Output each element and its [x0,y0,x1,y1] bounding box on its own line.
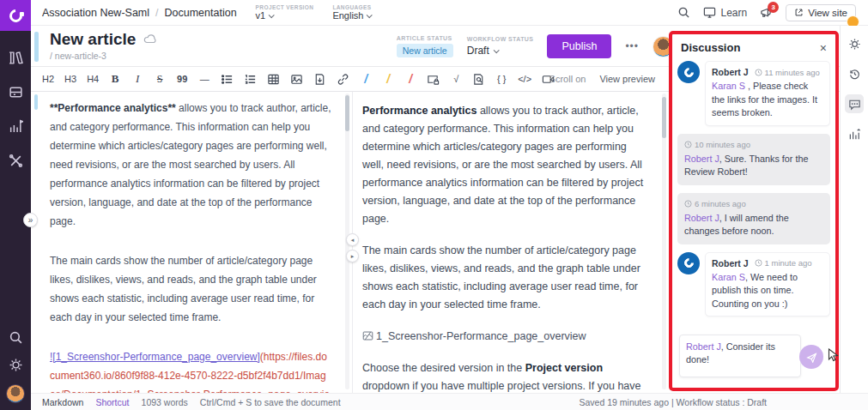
italic-button[interactable]: I [131,71,143,87]
link-button[interactable] [337,71,349,87]
highlight-yellow-button[interactable]: / [382,71,394,87]
blockquote-button[interactable]: 99 [176,71,188,87]
comment-card[interactable]: Robert J 11 minutes ago Karan S , Please… [705,61,830,126]
comment-item[interactable]: 6 minutes ago Robert J, I will amend the… [677,193,830,244]
breadcrumb-section[interactable]: Documentation [165,7,237,19]
table-button[interactable] [267,71,280,87]
comment-item[interactable]: 10 minutes ago Robert J, Sure. Thanks fo… [677,134,830,185]
bold-button[interactable]: B [109,71,121,87]
broken-image-1: 1_Screenshor-Performance_page_overview [362,328,646,346]
document360-logo[interactable] [0,0,31,31]
expand-category-tree-button[interactable]: » [23,213,38,227]
publish-button[interactable]: Publish [547,34,611,58]
breadcrumb: Association New-Saml / Documentation [31,7,237,19]
bullet-list-button[interactable] [221,71,234,87]
mention-link[interactable]: Karan S [712,81,745,91]
markdown-paragraph: The main cards show the number of articl… [50,251,331,327]
latex-button[interactable]: √ [450,71,462,87]
code-block-button[interactable]: { } [495,71,507,87]
project-version-dropdown[interactable]: v1 [256,10,314,21]
saved-status: Saved 19 minutes ago | Workflow status :… [580,397,767,407]
comment-author: Robert J [712,67,749,77]
sidebar-settings-icon[interactable] [8,357,23,372]
discussion-header: Discussion × [672,34,835,59]
app-root: Association New-Saml / Documentation PRO… [0,0,868,410]
heading3-button[interactable]: H3 [64,71,76,87]
comment-card[interactable]: Robert J 1 minute ago Karan S, We need t… [705,252,830,317]
private-note-button[interactable] [427,71,440,87]
comment-timestamp: 10 minutes ago [684,140,823,149]
save-hint: Ctrl/Cmd + S to save the document [200,397,341,407]
breadcrumb-separator: / [155,7,158,19]
languages-dropdown[interactable]: English [332,10,371,21]
image-button[interactable] [290,71,303,87]
strikethrough-button[interactable]: S [154,71,166,87]
heading2-button[interactable]: H2 [42,71,54,87]
comment-author: Robert J [712,258,749,268]
article-status-badge: New article [397,44,453,57]
article-analytics-icon[interactable] [845,124,864,143]
preview-pane: Performance analytics allows you to trac… [355,92,661,393]
view-site-button[interactable]: View site [786,4,856,21]
workflow-status-group: WORKFLOW STATUS Draft [467,36,534,57]
shortcut-link[interactable]: Shortcut [95,397,129,407]
mention-link[interactable]: Robert J [684,213,719,223]
insert-file-button[interactable] [313,71,326,87]
more-options-button[interactable]: ••• [625,40,639,52]
markdown-link-label[interactable]: ![1_Screenshor-Performance_page_overview… [50,351,260,363]
search-icon[interactable] [677,6,690,19]
learn-button[interactable]: Learn [703,6,747,19]
page-title[interactable]: New article [50,30,136,49]
heading4-button[interactable]: H4 [87,71,99,87]
article-settings-icon[interactable] [845,34,864,53]
comment-input[interactable]: Robert J, Consider its done! [679,335,801,377]
scroll-on-toggle[interactable]: Scroll on [549,74,586,84]
article-actions: ARTICLE STATUS New article WORKFLOW STAT… [397,26,681,67]
close-icon[interactable]: × [820,44,827,52]
languages-label: LANGUAGES [332,4,371,10]
chevron-down-icon [269,12,275,18]
discussion-icon[interactable] [845,94,864,113]
chevron-down-icon [493,47,499,53]
comment-text: Robert J, I will amend the changes befor… [684,212,823,238]
revision-history-icon[interactable] [845,64,864,83]
workflow-status-dropdown[interactable]: Draft [467,45,534,57]
preview-scrollbar[interactable] [662,93,666,389]
project-version-group: PROJECT VERSION v1 [256,4,314,21]
drive-icon[interactable] [8,84,23,99]
preview-paragraph: The main cards show the number of articl… [362,242,646,314]
send-comment-button[interactable] [799,345,823,369]
discussion-panel: Discussion × Robert J 11 minutes ago Kar… [669,31,839,391]
find-replace-button[interactable] [472,71,485,87]
left-nav-sidebar [0,0,31,410]
highlight-blue-button[interactable]: / [360,71,372,87]
commenter-avatar [677,252,700,274]
numbered-list-button[interactable] [244,71,257,87]
sidebar-bottom [0,329,31,403]
topbar-actions: Learn 3 View site [677,4,868,21]
highlight-red-button[interactable]: / [404,71,416,87]
mention-link[interactable]: Karan S [712,272,745,282]
comment-item: Robert J 11 minutes ago Karan S , Please… [677,61,830,126]
view-preview-toggle[interactable]: View preview [599,74,655,84]
announcements-button[interactable]: 3 [760,6,773,19]
collapse-editor-button[interactable]: ◂ [346,233,359,246]
sidebar-nav [0,31,31,168]
analytics-icon[interactable] [8,118,23,134]
chevron-down-icon [367,12,373,18]
mention-link[interactable]: Robert J [686,341,721,352]
breadcrumb-project[interactable]: Association New-Saml [42,7,149,19]
logo-icon [6,6,24,24]
mention-link[interactable]: Robert J [684,154,719,164]
inline-code-button[interactable]: </> [518,71,531,87]
external-link-icon [794,8,804,17]
documentation-icon[interactable] [8,50,23,65]
sidebar-search-icon[interactable] [8,329,23,345]
sidebar-user-avatar[interactable] [6,384,25,403]
tools-icon[interactable] [8,153,23,168]
comment-timestamp: 6 minutes ago [684,199,823,208]
horizontal-rule-button[interactable]: — [198,71,210,87]
collapse-preview-button[interactable]: ▸ [346,250,359,262]
markdown-editor-pane[interactable]: **Performance analytics** allows you to … [31,92,345,393]
comment-timestamp: 1 minute ago [755,258,812,268]
